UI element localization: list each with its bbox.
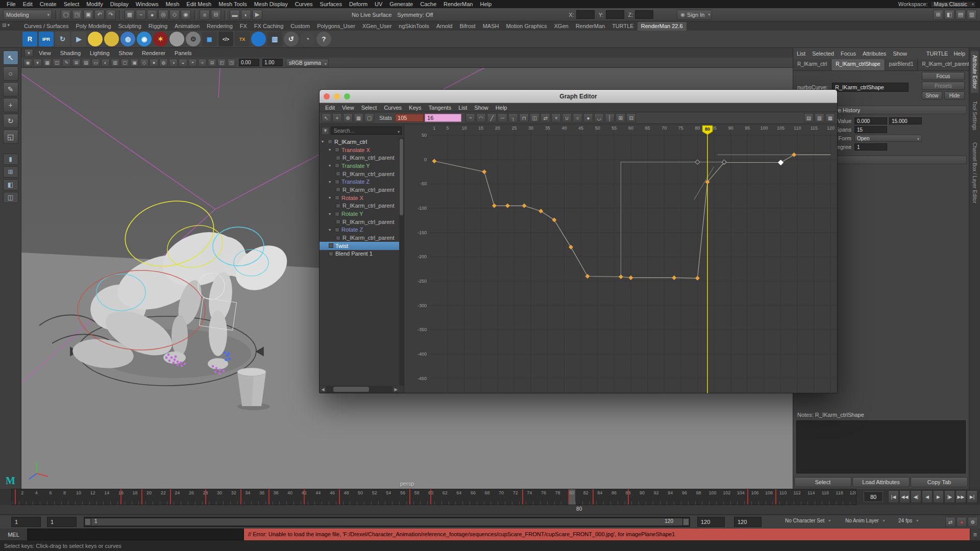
timeline-playhead[interactable] xyxy=(568,489,575,505)
pxr-mesh-light-icon[interactable]: ✶ xyxy=(153,32,168,46)
step-forward-key-button[interactable]: ▶▶ xyxy=(955,490,966,503)
ge-menu-view[interactable]: View xyxy=(338,105,358,111)
shelf-tab-bifrost[interactable]: Bifrost xyxy=(456,22,479,31)
panel-menu-show[interactable]: Show xyxy=(114,50,138,56)
anim-layer-dropdown[interactable]: No Anim Layer xyxy=(845,518,885,523)
menu-select[interactable]: Select xyxy=(60,0,83,8)
ipr-render-icon[interactable]: ▶ xyxy=(252,10,262,20)
four-pane-layout-icon[interactable]: ⊞ xyxy=(3,166,18,178)
channel-row-rotate-y[interactable]: ▾Rotate Y xyxy=(320,210,399,218)
channel-row-r-ikarm-ctrl-parent[interactable]: R_IKarm_ctrl_parent xyxy=(320,218,399,226)
channel-toggle-icon[interactable] xyxy=(335,212,339,216)
renderman-play-icon[interactable]: ▶ xyxy=(71,32,86,46)
safe-title-icon[interactable]: ▣ xyxy=(130,59,139,67)
region-select-keys-icon[interactable]: ▢ xyxy=(364,113,374,122)
menu-display[interactable]: Display xyxy=(107,0,132,8)
outliner-horizontal-scrollbar[interactable]: ◀ ▶ xyxy=(320,386,399,393)
select-button[interactable]: Select xyxy=(794,477,851,487)
graph-editor-window[interactable]: Graph Editor EditViewSelectCurvesKeysTan… xyxy=(319,89,838,393)
pxr-rect-light-icon[interactable] xyxy=(104,32,119,46)
shelf-tab-arnold[interactable]: Arnold xyxy=(433,22,456,31)
snap-point-icon[interactable]: ● xyxy=(147,10,157,20)
snap-grid-icon[interactable]: ▦ xyxy=(125,10,135,20)
animation-end-field[interactable]: 120 xyxy=(734,517,762,527)
channel-toggle-icon[interactable] xyxy=(336,236,340,240)
paint-select-tool-icon[interactable]: ✎ xyxy=(3,82,18,96)
grid-toggle-icon[interactable]: ⊞ xyxy=(72,59,81,67)
channel-row-r-ikarm-ctrl[interactable]: ▾R_IKarm_ctrl xyxy=(320,138,399,146)
expand-arrow-icon[interactable]: ▾ xyxy=(329,180,333,184)
panel-menu-lighting[interactable]: Lighting xyxy=(85,50,114,56)
channel-toggle-icon[interactable] xyxy=(335,195,339,200)
shelf-tab-sculpting[interactable]: Sculpting xyxy=(115,22,145,31)
channel-box-icon[interactable]: ▥ xyxy=(967,10,977,20)
ae-menu-turtle[interactable]: TURTLE xyxy=(926,51,948,57)
search-input[interactable]: Search... xyxy=(331,127,402,135)
expand-arrow-icon[interactable]: ▾ xyxy=(329,163,333,168)
shelf-tab-poly-modeling[interactable]: Poly Modeling xyxy=(72,22,114,31)
channel-toggle-icon[interactable] xyxy=(336,219,340,224)
film-gate-icon[interactable]: ▤ xyxy=(82,59,90,67)
shelf-tab-motion-graphics[interactable]: Motion Graphics xyxy=(502,22,550,31)
channel-row-translate-y[interactable]: ▾Translate Y xyxy=(320,162,399,170)
focus-button[interactable]: Focus xyxy=(922,72,965,80)
move-tool-icon[interactable]: + xyxy=(3,98,18,112)
multisample-icon[interactable]: ⊟ xyxy=(208,59,216,67)
free-tangent-weight-icon[interactable]: ○ xyxy=(573,113,582,122)
shelf-tab-mash[interactable]: MASH xyxy=(479,22,503,31)
ae-node-tab-r-ikarm-ctrl-parent[interactable]: R_IKarm_ctrl_parent xyxy=(918,59,969,70)
construction-history-icon[interactable]: ≡ xyxy=(200,10,210,20)
channel-row-rotate-x[interactable]: ▾Rotate X xyxy=(320,194,399,202)
panel-menu-shading[interactable]: Shading xyxy=(56,50,85,56)
coordinate-field-y[interactable] xyxy=(606,10,624,19)
shelf-tab-rigging[interactable]: Rigging xyxy=(145,22,171,31)
gamma-field[interactable]: 1.00 xyxy=(262,59,283,66)
step-tangents-icon[interactable]: ┐ xyxy=(508,113,518,122)
shelf-options-icon[interactable]: ▾ xyxy=(8,22,10,28)
channel-row-translate-z[interactable]: ▾Translate Z xyxy=(320,178,399,186)
shelf-tab-turtle[interactable]: TURTLE xyxy=(608,22,638,31)
lock-tangent-weight-icon[interactable]: ● xyxy=(583,113,593,122)
persp-outliner-layout-icon[interactable]: ◧ xyxy=(3,179,18,190)
channel-toggle-icon[interactable] xyxy=(335,180,339,184)
channel-row-r-ikarm-ctrl-parent[interactable]: R_IKarm_ctrl_parent xyxy=(320,170,399,178)
make-live-icon[interactable]: ◉ xyxy=(181,10,191,20)
channel-toggle-icon[interactable] xyxy=(336,156,340,160)
ge-menu-list[interactable]: List xyxy=(455,105,471,111)
menu-generate[interactable]: Generate xyxy=(386,0,416,8)
fps-dropdown[interactable]: 24 fps xyxy=(898,518,918,523)
flat-tangents-icon[interactable]: ─ xyxy=(498,113,507,122)
show-button[interactable]: Show xyxy=(922,91,942,99)
renderman-help-icon[interactable]: ? xyxy=(316,32,331,46)
presets-button[interactable]: Presets xyxy=(922,82,965,90)
ae-menu-help[interactable]: Help xyxy=(953,51,965,57)
move-nearest-picked-key-icon[interactable]: ↖ xyxy=(322,113,331,122)
channel-row-r-ikarm-ctrl-parent[interactable]: R_IKarm_ctrl_parent xyxy=(320,154,399,162)
redo-icon[interactable]: ↷ xyxy=(106,10,116,20)
exposure-field[interactable]: 0.00 xyxy=(239,59,259,66)
copy-tab-button[interactable]: Copy Tab xyxy=(911,477,968,487)
lasso-tool-icon[interactable]: ○ xyxy=(3,66,18,81)
screen-space-ao-icon[interactable]: ◓ xyxy=(188,59,197,67)
ae-menu-focus[interactable]: Focus xyxy=(841,51,856,57)
renderman-render-icon[interactable]: R xyxy=(22,32,37,46)
panel-menu-renderer[interactable]: Renderer xyxy=(137,50,170,56)
channel-row-twist[interactable]: Twist xyxy=(320,242,399,250)
play-backwards-button[interactable]: ◀ xyxy=(922,490,933,503)
undo-icon[interactable]: ↶ xyxy=(94,10,105,20)
node-name-field[interactable]: R_IKarm_ctrlShape xyxy=(832,83,909,92)
time-snap-icon[interactable]: ⊞ xyxy=(616,113,625,122)
normalized-view-icon[interactable]: ▦ xyxy=(825,113,835,122)
open-scene-icon[interactable]: ◳ xyxy=(72,10,82,20)
camera-attributes-icon[interactable]: ◉ xyxy=(23,59,32,67)
attribute-editor-icon[interactable]: ▤ xyxy=(955,10,966,20)
lattice-deform-keys-icon[interactable]: ▦ xyxy=(354,113,363,122)
channel-toggle-icon[interactable] xyxy=(329,243,333,248)
shelf-tab-menu-icon[interactable]: ▤ xyxy=(2,22,7,28)
sidebar-tab-tool-settings[interactable]: Tool Settings xyxy=(971,97,978,134)
motion-blur-icon[interactable]: ≈ xyxy=(198,59,207,67)
step-back-frame-button[interactable]: ◀| xyxy=(911,490,921,503)
expand-arrow-icon[interactable]: ▾ xyxy=(329,147,333,152)
pxr-marschner-hair-icon[interactable] xyxy=(251,32,266,46)
menu-create[interactable]: Create xyxy=(36,0,60,8)
